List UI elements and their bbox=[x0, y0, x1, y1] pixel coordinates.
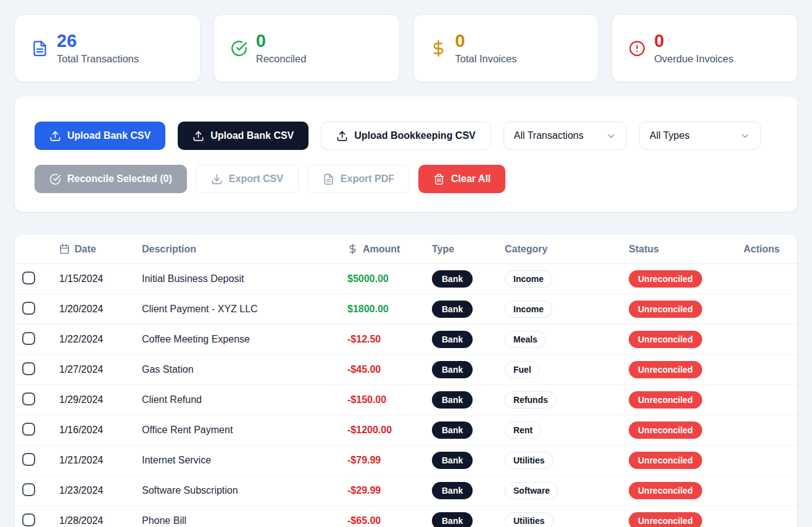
stat-value: 26 bbox=[57, 32, 139, 50]
stat-label: Overdue Invoices bbox=[654, 53, 733, 65]
row-status-badge: Unreconciled bbox=[629, 391, 702, 409]
row-amount: -$29.99 bbox=[347, 485, 432, 496]
row-description: Phone Bill bbox=[142, 515, 347, 526]
stat-card-reconciled: 0 Reconciled bbox=[213, 14, 400, 82]
row-type-cell: Bank bbox=[432, 452, 505, 469]
types-filter-select[interactable]: All Types bbox=[639, 122, 761, 150]
table-header-row: Date Description Amount Type Category St… bbox=[15, 234, 797, 264]
button-label: Clear All bbox=[451, 173, 491, 185]
row-checkbox[interactable] bbox=[22, 423, 35, 436]
row-amount: -$65.00 bbox=[347, 515, 432, 526]
reconcile-selected-button[interactable]: Reconcile Selected (0) bbox=[35, 165, 187, 193]
row-checkbox[interactable] bbox=[22, 453, 35, 466]
table-row: 1/23/2024 Software Subscription -$29.99 … bbox=[15, 476, 797, 506]
row-amount: $1800.00 bbox=[347, 304, 432, 315]
upload-bank-csv-dark-button[interactable]: Upload Bank CSV bbox=[178, 122, 309, 150]
column-header-date: Date bbox=[59, 244, 142, 255]
row-checkbox[interactable] bbox=[22, 272, 35, 284]
row-type-badge: Bank bbox=[432, 331, 473, 348]
row-category-badge: Meals bbox=[505, 331, 546, 348]
check-circle-icon bbox=[231, 40, 247, 57]
row-date: 1/27/2024 bbox=[59, 364, 142, 375]
button-label: Export CSV bbox=[229, 173, 283, 185]
row-checkbox-cell bbox=[15, 332, 59, 347]
row-category-badge: Income bbox=[505, 301, 552, 318]
upload-bookkeeping-csv-button[interactable]: Upload Bookkeeping CSV bbox=[321, 122, 491, 150]
row-checkbox-cell bbox=[15, 362, 59, 378]
stat-label: Total Transactions bbox=[57, 53, 139, 65]
row-description: Client Refund bbox=[142, 394, 347, 405]
export-pdf-button[interactable]: Export PDF bbox=[307, 165, 410, 193]
stat-label: Reconciled bbox=[256, 53, 307, 65]
row-type-badge: Bank bbox=[432, 452, 473, 469]
column-header-category: Category bbox=[505, 244, 629, 255]
stat-card-total-invoices: 0 Total Invoices bbox=[413, 14, 599, 82]
stat-value: 0 bbox=[256, 32, 307, 50]
row-category-cell: Meals bbox=[505, 331, 629, 348]
stats-row: 26 Total Transactions 0 Reconciled 0 Tot… bbox=[14, 14, 798, 82]
button-label: Upload Bank CSV bbox=[67, 130, 151, 141]
row-status-cell: Unreconciled bbox=[629, 331, 744, 348]
upload-bank-csv-primary-button[interactable]: Upload Bank CSV bbox=[35, 122, 165, 150]
button-label: Reconcile Selected (0) bbox=[67, 173, 172, 185]
row-date: 1/23/2024 bbox=[59, 485, 142, 496]
header-label: Amount bbox=[363, 244, 400, 255]
row-checkbox[interactable] bbox=[22, 362, 35, 375]
row-description: Gas Station bbox=[142, 364, 347, 375]
row-type-badge: Bank bbox=[432, 301, 473, 318]
row-checkbox-cell bbox=[15, 453, 59, 468]
row-type-cell: Bank bbox=[432, 482, 505, 499]
row-category-badge: Utilities bbox=[505, 452, 553, 469]
row-checkbox[interactable] bbox=[22, 392, 35, 405]
row-status-badge: Unreconciled bbox=[629, 361, 702, 378]
row-type-cell: Bank bbox=[432, 391, 505, 409]
row-description: Internet Service bbox=[142, 455, 347, 466]
file-text-icon bbox=[323, 173, 334, 185]
column-header-type: Type bbox=[432, 244, 505, 255]
table-row: 1/16/2024 Office Rent Payment -$1200.00 … bbox=[15, 415, 797, 446]
row-checkbox-cell bbox=[15, 272, 59, 287]
row-checkbox[interactable] bbox=[22, 483, 35, 496]
row-status-badge: Unreconciled bbox=[629, 270, 702, 288]
row-description: Client Payment - XYZ LLC bbox=[142, 304, 347, 315]
button-label: Export PDF bbox=[341, 173, 394, 185]
row-type-badge: Bank bbox=[432, 270, 473, 288]
row-category-cell: Software bbox=[505, 482, 629, 499]
row-checkbox[interactable] bbox=[22, 513, 35, 526]
row-checkbox[interactable] bbox=[22, 332, 35, 345]
row-category-cell: Income bbox=[505, 270, 629, 288]
row-category-cell: Utilities bbox=[505, 452, 629, 469]
row-category-badge: Refunds bbox=[505, 391, 557, 409]
stat-card-overdue-invoices: 0 Overdue Invoices bbox=[611, 14, 798, 82]
row-type-cell: Bank bbox=[432, 361, 505, 378]
export-csv-button[interactable]: Export CSV bbox=[196, 165, 299, 193]
row-status-cell: Unreconciled bbox=[629, 270, 744, 288]
row-type-cell: Bank bbox=[432, 421, 505, 439]
table-row: 1/29/2024 Client Refund -$150.00 Bank Re… bbox=[15, 385, 797, 415]
row-type-badge: Bank bbox=[432, 421, 473, 439]
clear-all-button[interactable]: Clear All bbox=[418, 165, 505, 193]
table-row: 1/21/2024 Internet Service -$79.99 Bank … bbox=[15, 446, 797, 476]
stat-label: Total Invoices bbox=[455, 53, 517, 65]
row-date: 1/29/2024 bbox=[59, 394, 142, 405]
row-checkbox[interactable] bbox=[22, 302, 35, 315]
row-type-cell: Bank bbox=[432, 301, 505, 318]
row-type-badge: Bank bbox=[432, 391, 473, 409]
transactions-filter-select[interactable]: All Transactions bbox=[503, 122, 627, 150]
header-label: Actions bbox=[744, 244, 780, 255]
row-category-cell: Refunds bbox=[505, 391, 629, 409]
row-description: Coffee Meeting Expense bbox=[142, 334, 347, 345]
chevron-down-icon bbox=[606, 131, 616, 141]
row-checkbox-cell bbox=[15, 392, 59, 408]
row-category-badge: Rent bbox=[505, 421, 541, 439]
row-checkbox-cell bbox=[15, 423, 59, 438]
row-description: Office Rent Payment bbox=[142, 425, 347, 436]
stat-value: 0 bbox=[654, 32, 733, 50]
download-icon bbox=[211, 173, 223, 185]
chevron-down-icon bbox=[740, 131, 750, 141]
stat-card-total-transactions: 26 Total Transactions bbox=[14, 14, 201, 82]
upload-icon bbox=[193, 130, 204, 142]
row-description: Initial Business Deposit bbox=[142, 273, 347, 284]
row-date: 1/28/2024 bbox=[59, 515, 142, 526]
row-date: 1/15/2024 bbox=[59, 273, 142, 284]
